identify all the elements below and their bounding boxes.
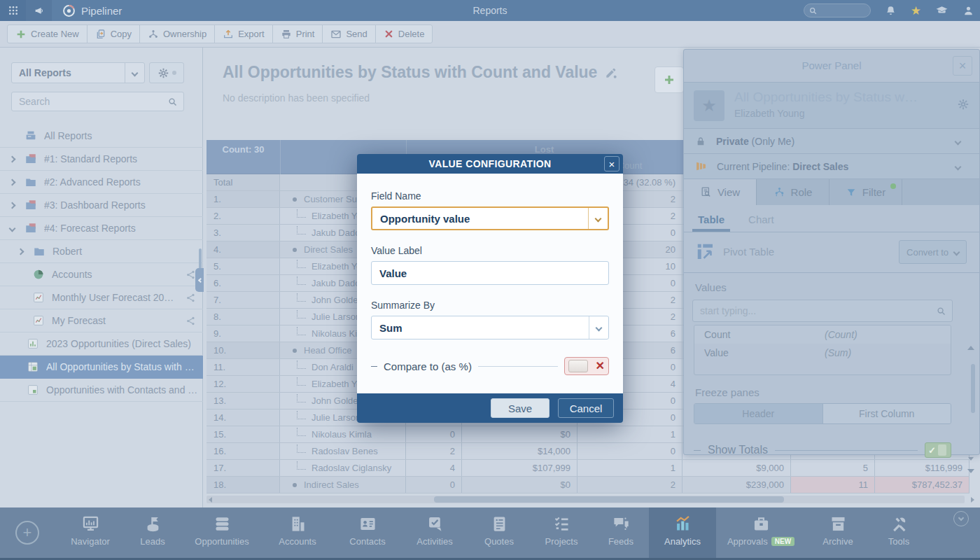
nav-item-archive[interactable]: Archive: [806, 507, 870, 560]
nav-item-quotes[interactable]: Quotes: [468, 507, 530, 560]
sidebar-item-all-reports[interactable]: All Reports: [0, 125, 203, 148]
toolbar-button-delete[interactable]: Delete: [375, 24, 433, 43]
values-list-item[interactable]: Value(Sum): [694, 344, 951, 362]
row-number-cell: 3.: [206, 225, 280, 241]
convert-to-label: Convert to: [906, 247, 948, 258]
app-logo[interactable]: Pipeliner: [62, 4, 122, 18]
nav-item-approvals[interactable]: ApprovalsNEW: [716, 507, 806, 560]
sidebar-collapse-handle[interactable]: [195, 268, 204, 292]
scroll-right-arrow[interactable]: [971, 497, 974, 503]
show-totals-toggle[interactable]: ✓: [925, 442, 951, 458]
favorites-star-icon[interactable]: ★: [911, 5, 921, 17]
sidebar-item-all-opportunities-by-status-with-[interactable]: All Opportunities by Status with …: [0, 356, 203, 379]
notifications-bell-icon[interactable]: [885, 5, 897, 17]
chevron-right-icon[interactable]: [18, 248, 24, 255]
sidebar-search[interactable]: [11, 92, 184, 111]
sidebar-item-2023-opportunities-direct-sales-[interactable]: 2023 Opportunities (Direct Sales): [0, 332, 203, 356]
sidebar-search-input[interactable]: [18, 95, 167, 108]
chevron-right-icon[interactable]: [9, 178, 16, 186]
privacy-row[interactable]: Private (Only Me): [684, 128, 979, 153]
sidebar-item--3-dashboard-reports[interactable]: #3: Dashboard Reports: [0, 194, 203, 217]
cancel-button[interactable]: Cancel: [558, 398, 614, 418]
nav-item-leads[interactable]: Leads: [122, 507, 183, 560]
sidebar-item--4-forecast-reports[interactable]: #4: Forecast Reports: [0, 217, 203, 240]
sidebar-settings-button[interactable]: [149, 62, 184, 83]
gear-icon[interactable]: [957, 98, 969, 111]
learning-cap-icon[interactable]: [935, 4, 948, 18]
sidebar-item--1-standard-reports[interactable]: #1: Standard Reports: [0, 148, 203, 171]
global-search[interactable]: [804, 4, 871, 18]
plus-icon: [15, 29, 27, 40]
horizontal-scroll-thumb[interactable]: [434, 496, 784, 503]
toolbar-button-create-new[interactable]: Create New: [7, 24, 88, 43]
tab-filter[interactable]: Filter: [830, 179, 902, 205]
tab-role[interactable]: Role: [757, 179, 830, 205]
panel-scroll-up-arrow[interactable]: [967, 346, 974, 350]
toolbar-button-copy[interactable]: Copy: [87, 24, 140, 43]
horizontal-scrollbar[interactable]: [206, 496, 965, 503]
nav-item-accounts[interactable]: Accounts: [261, 507, 334, 560]
sidebar-item--2-advanced-reports[interactable]: #2: Advanced Reports: [0, 171, 203, 194]
edit-pencil-icon[interactable]: [604, 66, 618, 80]
chevron-right-icon[interactable]: [9, 155, 16, 162]
toolbar-button-export[interactable]: Export: [214, 24, 273, 43]
pipeline-row[interactable]: Current Pipeline: Direct Sales: [684, 153, 979, 178]
nav-item-tools[interactable]: Tools: [870, 507, 927, 560]
freeze-option-first-column[interactable]: First Column: [822, 404, 951, 424]
panel-scroll-down-arrow[interactable]: [967, 469, 974, 473]
toggle-off-knob[interactable]: [568, 360, 588, 372]
add-report-item-button[interactable]: [654, 66, 684, 93]
subtab-chart[interactable]: Chart: [748, 214, 774, 232]
values-search[interactable]: [692, 300, 953, 322]
global-search-input[interactable]: [818, 6, 867, 15]
toolbar-button-send[interactable]: Send: [322, 24, 375, 43]
nav-item-feeds[interactable]: Feeds: [593, 507, 649, 560]
nav-item-activities[interactable]: Activities: [401, 507, 468, 560]
quick-add-button[interactable]: +: [15, 521, 39, 545]
nav-collapse-button[interactable]: [953, 511, 969, 526]
sidebar-item-my-forecast[interactable]: My Forecast: [0, 309, 203, 332]
chevron-down-icon[interactable]: [9, 225, 16, 232]
sidebar-item-opportunities-with-contacts-and-[interactable]: Opportunities with Contacts and …: [0, 379, 203, 402]
nav-label-text: Accounts: [279, 536, 316, 547]
nav-item-navigator[interactable]: Navigator: [58, 507, 122, 560]
subtab-table[interactable]: Table: [698, 214, 724, 232]
user-profile-icon[interactable]: [962, 5, 974, 17]
value-cell: 4: [406, 460, 462, 476]
nav-item-analytics[interactable]: Analytics: [649, 507, 716, 560]
compare-to-toggle[interactable]: ✕: [564, 357, 609, 375]
pipeline-expand-button[interactable]: [944, 158, 971, 176]
scroll-left-arrow[interactable]: [209, 497, 212, 503]
field-name-select[interactable]: Opportunity value: [371, 206, 609, 230]
modal-close-button[interactable]: ×: [604, 156, 620, 172]
tab-view[interactable]: View: [684, 179, 757, 205]
toolbar-button-ownership[interactable]: Ownership: [139, 24, 215, 43]
nav-item-opportunities[interactable]: Opportunities: [183, 507, 261, 560]
nav-item-contacts[interactable]: Contacts: [334, 507, 401, 560]
toolbar-button-print[interactable]: Print: [272, 24, 323, 43]
summarize-by-select[interactable]: Sum: [371, 316, 609, 340]
sidebar-item-monthly-user-forecast-20-[interactable]: Monthly User Forecast 20…: [0, 286, 203, 309]
values-list: Count(Count)Value(Sum): [694, 325, 951, 375]
remove-x-icon[interactable]: ✕: [596, 360, 605, 372]
favorite-star-icon[interactable]: ★: [694, 90, 724, 121]
panel-scroll-thumb[interactable]: [971, 364, 975, 413]
sidebar-item-accounts[interactable]: Accounts: [0, 263, 203, 286]
chevron-right-icon[interactable]: [9, 202, 16, 209]
archive-icon: [829, 514, 848, 533]
power-panel-close-button[interactable]: ×: [953, 56, 972, 76]
freeze-panes-label: Freeze panes: [695, 386, 760, 398]
values-label: Values: [695, 281, 727, 293]
freeze-option-header[interactable]: Header: [694, 404, 822, 424]
sidebar-item-robert[interactable]: Robert: [0, 240, 203, 263]
values-search-input[interactable]: [699, 304, 936, 317]
value-label-input[interactable]: [371, 261, 609, 285]
app-grid-button[interactable]: [0, 0, 26, 21]
values-list-item[interactable]: Count(Count): [694, 326, 951, 344]
announcements-button[interactable]: [26, 0, 52, 21]
privacy-expand-button[interactable]: [944, 132, 971, 150]
save-button[interactable]: Save: [491, 398, 550, 418]
reports-filter-select[interactable]: All Reports: [11, 62, 145, 83]
nav-item-projects[interactable]: Projects: [530, 507, 593, 560]
convert-to-button[interactable]: Convert to: [899, 240, 967, 264]
